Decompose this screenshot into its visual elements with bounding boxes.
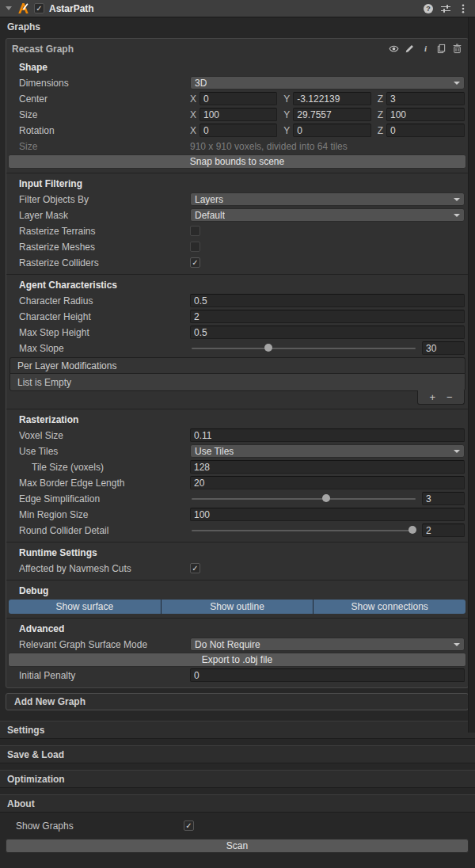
field-control — [190, 476, 465, 489]
graph-title: Recast Graph — [12, 44, 74, 55]
add-item-button[interactable]: + — [429, 392, 435, 402]
round-collider-detail-value-input[interactable] — [422, 523, 465, 537]
foldout-header-optimization[interactable]: Optimization — [0, 770, 475, 788]
presets-icon[interactable] — [439, 2, 452, 15]
help-icon[interactable]: ? — [422, 2, 435, 15]
section-divider — [6, 580, 468, 581]
character-radius-input[interactable] — [190, 294, 465, 307]
rotation-x-input[interactable] — [200, 124, 277, 137]
field-control — [190, 492, 465, 505]
slider-handle[interactable] — [322, 494, 330, 502]
dropdown-value: Use Tiles — [195, 446, 234, 457]
section-header-label: Debug — [19, 585, 48, 596]
checkbox-affected-by-navmesh-cuts[interactable] — [190, 563, 200, 573]
slider-round-collider-detail[interactable] — [190, 523, 417, 537]
checkbox-rasterize-meshes[interactable] — [190, 242, 200, 252]
checkbox-rasterize-colliders[interactable] — [190, 257, 200, 268]
max-border-edge-length-input[interactable] — [190, 476, 465, 489]
dropdown-dimensions[interactable]: 3D — [190, 76, 465, 89]
dropdown-layer-mask[interactable]: Default — [190, 208, 465, 222]
checkbox-rasterize-terrains[interactable] — [190, 226, 200, 236]
edge-simplification-value-input[interactable] — [422, 492, 465, 505]
add-new-graph-button[interactable]: Add New Graph — [6, 693, 469, 710]
field-control: Do Not Require — [190, 638, 465, 651]
pencil-icon[interactable] — [405, 44, 415, 54]
dropdown-filter-objects-by[interactable]: Layers — [190, 192, 465, 206]
field-label-dimensions: Dimensions — [19, 78, 190, 89]
size-y-input[interactable] — [293, 108, 370, 121]
field-control — [190, 226, 465, 236]
row-edge-simplification: Edge Simplification — [6, 491, 468, 506]
button-snap-bounds-to-scene[interactable]: Snap bounds to scene — [8, 154, 466, 169]
axis-group-x: X — [190, 124, 277, 137]
row-tile-size-voxels: Tile Size (voxels) — [6, 459, 468, 474]
scrollbar-gutter[interactable] — [468, 17, 475, 733]
list-header-label: Per Layer Modifications — [17, 360, 116, 371]
rotation-y-input[interactable] — [293, 124, 370, 137]
character-height-input[interactable] — [190, 310, 465, 323]
field-control — [190, 668, 465, 682]
slider-edge-simplification[interactable] — [190, 492, 417, 505]
component-enabled-checkbox[interactable] — [34, 3, 44, 13]
field-label-character-radius: Character Radius — [19, 295, 190, 306]
chevron-down-icon — [454, 82, 460, 85]
dropdown-relevant-graph-surface-mode[interactable]: Do Not Require — [190, 638, 465, 651]
size-z-input[interactable] — [386, 108, 465, 121]
row-size: SizeXYZ — [6, 107, 468, 122]
eye-icon[interactable] — [389, 44, 399, 54]
toggle-show-outline[interactable]: Show outline — [162, 600, 314, 614]
slider-handle[interactable] — [264, 344, 272, 352]
field-label-max-step-height: Max Step Height — [19, 327, 190, 338]
field-label-size: Size — [19, 141, 190, 152]
slider-max-slope[interactable] — [190, 341, 417, 355]
info-icon[interactable]: i — [420, 44, 431, 54]
section-header-label: Advanced — [19, 623, 64, 634]
voxel-size-input[interactable] — [190, 428, 465, 442]
show-graphs-checkbox[interactable] — [184, 820, 194, 831]
section-header-label: Rasterization — [19, 414, 78, 425]
foldout-header-about[interactable]: About — [0, 794, 475, 813]
button-export-to-obj-file[interactable]: Export to .obj file — [8, 653, 466, 667]
field-control: XYZ — [190, 108, 465, 121]
tile-size-voxels-input[interactable] — [190, 460, 465, 474]
field-label-relevant-graph-surface-mode: Relevant Graph Surface Mode — [19, 639, 190, 650]
foldout-header-settings[interactable]: Settings — [0, 721, 475, 739]
foldout-arrow-icon[interactable] — [6, 6, 12, 10]
axis-label-z: Z — [378, 125, 383, 136]
dropdown-use-tiles[interactable]: Use Tiles — [190, 444, 465, 458]
scan-button[interactable]: Scan — [6, 839, 469, 853]
foldout-header-save-load[interactable]: Save & Load — [0, 745, 475, 763]
rotation-z-input[interactable] — [386, 124, 465, 137]
max-slope-value-input[interactable] — [422, 341, 465, 355]
graph-title-row[interactable]: Recast Graph i — [6, 40, 468, 57]
graphs-section-header[interactable]: Graphs — [0, 17, 475, 36]
list-footer: +− — [417, 390, 465, 405]
min-region-size-input[interactable] — [190, 508, 465, 521]
toggle-show-surface[interactable]: Show surface — [9, 600, 161, 614]
list-header[interactable]: Per Layer Modifications — [10, 357, 466, 373]
field-label-max-slope: Max Slope — [19, 343, 190, 354]
field-control: Layers — [190, 192, 465, 206]
center-z-input[interactable] — [386, 92, 465, 105]
initial-penalty-input[interactable] — [190, 668, 465, 682]
list-empty-row: List is Empty — [10, 373, 466, 391]
remove-item-button[interactable]: − — [446, 392, 453, 402]
center-y-input[interactable] — [293, 92, 370, 105]
axis-group-y: Y — [283, 108, 370, 121]
duplicate-icon[interactable] — [436, 44, 446, 54]
section-divider — [6, 409, 468, 409]
axis-group-y: Y — [283, 124, 370, 137]
svg-text:i: i — [424, 44, 428, 53]
max-step-height-input[interactable] — [190, 326, 465, 339]
slider-track — [192, 498, 416, 500]
axis-group-z: Z — [378, 108, 465, 121]
row-size: Size910 x 910 voxels, divided into 64 ti… — [6, 139, 468, 154]
center-x-input[interactable] — [200, 92, 277, 105]
slider-handle[interactable] — [408, 526, 416, 534]
recast-graph-panel: Recast Graph i ShapeDimensions3DCenterXY… — [6, 38, 469, 688]
menu-kebab-icon[interactable] — [457, 2, 469, 15]
size-x-input[interactable] — [200, 108, 277, 121]
toggle-show-connections[interactable]: Show connections — [314, 600, 466, 614]
trash-icon[interactable] — [452, 44, 462, 54]
field-label-min-region-size: Min Region Size — [19, 509, 190, 520]
